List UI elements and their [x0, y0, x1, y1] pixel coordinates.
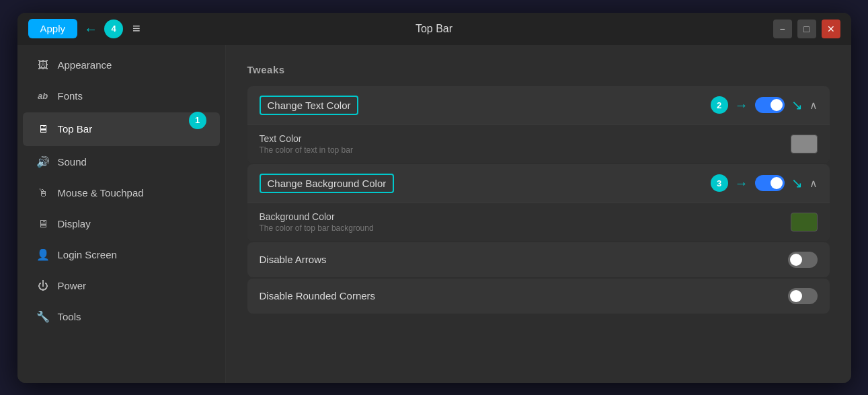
sidebar-item-fonts[interactable]: ab Fonts: [23, 81, 220, 111]
sidebar-label-power: Power: [58, 280, 87, 291]
sub-label-text-color: Text Color: [260, 133, 353, 144]
sub-label-bg-color: Background Color: [260, 211, 374, 222]
badge-1: 1: [189, 112, 206, 129]
tweak-main-disable-rounded: Disable Rounded Corners: [247, 279, 830, 314]
sub-label-group-text-color: Text Color The color of text in top bar: [260, 133, 353, 155]
badge-2: 2: [711, 96, 728, 114]
titlebar-left: Apply ← 4 ≡: [28, 19, 237, 38]
sidebar-item-power[interactable]: ⏻ Power: [23, 271, 220, 301]
sidebar: 🖼 Appearance ab Fonts 🖥 Top Bar 1 🔊 Soun…: [17, 45, 226, 383]
display-icon: 🖥: [36, 217, 50, 231]
sidebar-label-display: Display: [58, 218, 91, 229]
tools-icon: 🔧: [36, 310, 50, 324]
power-icon: ⏻: [36, 279, 50, 293]
sidebar-label-fonts: Fonts: [58, 90, 83, 102]
badge-3: 3: [711, 174, 728, 192]
mouse-icon: 🖱: [36, 186, 50, 200]
sidebar-item-login[interactable]: 👤 Login Screen: [23, 240, 220, 270]
arrow-to-toggle-2: →: [735, 98, 748, 112]
sidebar-item-mouse[interactable]: 🖱 Mouse & Touchpad: [23, 178, 220, 208]
sidebar-label-mouse: Mouse & Touchpad: [58, 187, 144, 199]
arrow-to-swatch-3: ↘: [791, 176, 803, 190]
sub-row-text-color: Text Color The color of text in top bar: [247, 124, 830, 163]
tweak-right-text-color: 2 → ↘ ∧: [711, 96, 818, 114]
toggle-knob-bg-color: [771, 177, 783, 189]
minimize-button[interactable]: −: [773, 20, 792, 38]
sidebar-item-topbar[interactable]: 🖥 Top Bar 1: [23, 112, 220, 146]
window-title: Top Bar: [416, 23, 452, 35]
tweak-label-disable-arrows: Disable Arrows: [260, 254, 327, 265]
sidebar-item-tools[interactable]: 🔧 Tools: [23, 302, 220, 332]
tweak-main-text-color: Change Text Color 2 → ↘ ∧: [247, 86, 830, 124]
tweak-right-disable-arrows: [788, 252, 818, 268]
topbar-icon: 🖥: [36, 122, 50, 136]
tweak-change-bg-color: Change Background Color 3 → ↘ ∧: [247, 164, 830, 241]
sidebar-label-tools: Tools: [58, 311, 81, 322]
hamburger-menu[interactable]: ≡: [132, 21, 141, 36]
login-icon: 👤: [36, 248, 50, 262]
tweak-label-text-color: Change Text Color: [260, 96, 359, 115]
window-controls: − □ ✕: [773, 20, 840, 38]
sidebar-label-sound: Sound: [58, 156, 87, 168]
tweak-right-disable-rounded: [788, 288, 818, 304]
toggle-disable-rounded[interactable]: [788, 288, 818, 304]
sub-desc-bg-color: The color of top bar background: [260, 223, 374, 233]
close-button[interactable]: ✕: [822, 20, 840, 38]
sidebar-item-sound[interactable]: 🔊 Sound: [23, 147, 220, 177]
color-swatch-text[interactable]: [791, 135, 818, 153]
tweaks-list: Change Text Color 2 → ↘ ∧: [247, 86, 830, 314]
sidebar-item-appearance[interactable]: 🖼 Appearance: [23, 50, 220, 80]
maximize-button[interactable]: □: [797, 20, 816, 38]
tweak-disable-arrows: Disable Arrows: [247, 242, 830, 277]
app-window: Apply ← 4 ≡ Top Bar − □ ✕ 🖼 Appearance a…: [17, 13, 851, 383]
sidebar-label-topbar: Top Bar: [58, 123, 93, 135]
tweak-label-bg-color: Change Background Color: [260, 174, 395, 193]
main-content: 🖼 Appearance ab Fonts 🖥 Top Bar 1 🔊 Soun…: [17, 45, 851, 383]
tweak-main-disable-arrows: Disable Arrows: [247, 242, 830, 277]
sidebar-item-display[interactable]: 🖥 Display: [23, 209, 220, 239]
sound-icon: 🔊: [36, 155, 50, 169]
content-area: Tweaks Change Text Color 2 → ↘ ∧: [226, 45, 851, 383]
badge-4: 4: [104, 20, 123, 38]
section-title: Tweaks: [247, 64, 830, 75]
tweak-disable-rounded: Disable Rounded Corners: [247, 279, 830, 314]
sub-row-bg-color: Background Color The color of top bar ba…: [247, 203, 830, 241]
sub-label-group-bg-color: Background Color The color of top bar ba…: [260, 211, 374, 233]
fonts-icon: ab: [36, 89, 50, 103]
toggle-bg-color[interactable]: [755, 175, 785, 191]
sub-desc-text-color: The color of text in top bar: [260, 145, 353, 155]
toggle-knob-disable-arrows: [790, 254, 802, 266]
toggle-text-color[interactable]: [755, 97, 785, 113]
toggle-disable-arrows[interactable]: [788, 252, 818, 268]
tweak-label-disable-rounded: Disable Rounded Corners: [260, 290, 376, 301]
sidebar-label-login: Login Screen: [58, 249, 117, 260]
chevron-text-color[interactable]: ∧: [810, 99, 818, 112]
toggle-knob-disable-rounded: [790, 290, 802, 302]
toggle-knob-text-color: [771, 99, 783, 111]
arrow-icon-4: ←: [84, 22, 97, 36]
appearance-icon: 🖼: [36, 59, 50, 72]
titlebar: Apply ← 4 ≡ Top Bar − □ ✕: [17, 13, 851, 45]
tweak-main-bg-color: Change Background Color 3 → ↘ ∧: [247, 164, 830, 203]
arrow-to-toggle-3: →: [735, 176, 748, 190]
chevron-bg-color[interactable]: ∧: [810, 177, 818, 190]
sidebar-label-appearance: Appearance: [58, 59, 112, 71]
color-swatch-bg[interactable]: [791, 213, 818, 231]
arrow-to-swatch-2: ↘: [791, 98, 803, 112]
apply-button[interactable]: Apply: [28, 19, 78, 38]
tweak-change-text-color: Change Text Color 2 → ↘ ∧: [247, 86, 830, 163]
tweak-right-bg-color: 3 → ↘ ∧: [711, 174, 818, 192]
